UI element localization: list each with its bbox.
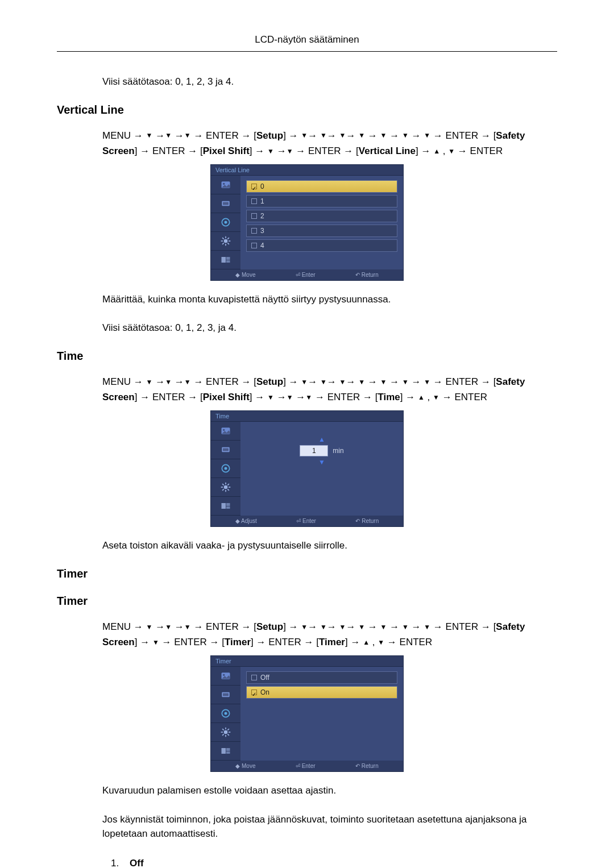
- svg-rect-16: [226, 257, 230, 260]
- setup-icon: [220, 726, 231, 738]
- svg-line-11: [222, 238, 224, 239]
- nav-vertical-line: MENU → → → → ENTER → [Setup] → → → → → →…: [102, 128, 557, 159]
- osd-title: Timer: [211, 656, 403, 667]
- picture-icon: [220, 179, 231, 190]
- osd-vertical-line: Vertical Line 0 1 2 3 4 ◆ Move ⏎ Enter ↶…: [210, 164, 404, 281]
- svg-line-48: [227, 734, 229, 736]
- nav-time: MENU → → → → ENTER → [Setup] → → → → → →…: [102, 374, 557, 405]
- svg-point-23: [225, 467, 227, 470]
- svg-line-12: [227, 243, 229, 244]
- timer-desc-1: Kuvaruudun palamisen estolle voidaan ase…: [102, 783, 557, 798]
- svg-line-31: [222, 489, 224, 491]
- svg-line-32: [227, 484, 229, 485]
- svg-rect-39: [223, 693, 229, 696]
- osd-option-4[interactable]: 4: [246, 239, 397, 252]
- time-unit: min: [333, 447, 343, 455]
- vl-desc-2: Viisi säätötasoa: 0, 1, 2, 3, ja 4.: [102, 321, 557, 335]
- multi-icon: [220, 254, 231, 265]
- input-icon: [220, 444, 231, 455]
- svg-rect-52: [226, 748, 230, 751]
- multi-icon: [220, 745, 231, 757]
- svg-point-37: [223, 674, 225, 676]
- svg-line-30: [227, 489, 229, 491]
- sound-icon: [220, 217, 231, 228]
- page-header: LCD-näytön säätäminen: [57, 34, 557, 52]
- svg-line-49: [222, 734, 224, 736]
- input-icon: [220, 689, 231, 700]
- osd-title: Time: [211, 411, 403, 422]
- multi-icon: [220, 500, 231, 512]
- list-item-1: 1. Off: [111, 855, 557, 868]
- svg-line-47: [222, 729, 224, 730]
- svg-rect-51: [222, 748, 226, 754]
- heading-timer-1: Timer: [57, 567, 557, 580]
- setup-icon: [220, 235, 231, 247]
- vl-desc-1: Määrittää, kuinka monta kuvapistettä näy…: [102, 292, 557, 307]
- setup-icon: [220, 481, 231, 493]
- picture-icon: [220, 425, 231, 437]
- heading-timer-2: Timer: [57, 595, 557, 608]
- svg-point-6: [224, 239, 228, 243]
- osd-footer: ◆ Move ⏎ Enter ↶ Return: [211, 761, 403, 771]
- osd-time: Time ▲ 1 min ▼ ◆ Adjust ⏎ Enter ↶ Return: [210, 410, 404, 527]
- svg-rect-34: [226, 503, 230, 506]
- sound-icon: [220, 708, 231, 719]
- spinner-down-icon[interactable]: ▼: [246, 459, 397, 466]
- picture-icon: [220, 670, 231, 682]
- svg-rect-33: [222, 503, 226, 509]
- osd-sidebar: [211, 667, 240, 761]
- osd-option-off[interactable]: Off: [246, 671, 397, 684]
- input-icon: [220, 198, 231, 209]
- osd-option-3[interactable]: 3: [246, 225, 397, 237]
- timer-desc-2: Jos käynnistät toiminnon, joka poistaa j…: [102, 812, 557, 841]
- osd-title: Vertical Line: [211, 165, 403, 176]
- intro-text: Viisi säätötasoa: 0, 1, 2, 3 ja 4.: [102, 74, 557, 89]
- svg-rect-17: [226, 260, 230, 263]
- osd-footer: ◆ Adjust ⏎ Enter ↶ Return: [211, 516, 403, 526]
- svg-point-5: [225, 221, 227, 223]
- svg-point-19: [223, 429, 225, 431]
- osd-footer: ◆ Move ⏎ Enter ↶ Return: [211, 269, 403, 280]
- time-value: 1: [300, 445, 328, 456]
- svg-point-1: [223, 183, 225, 185]
- svg-rect-3: [223, 202, 229, 205]
- osd-timer: Timer Off On ◆ Move ⏎ Enter ↶ Return: [210, 655, 404, 772]
- svg-rect-21: [223, 448, 229, 451]
- svg-rect-35: [226, 506, 230, 509]
- svg-point-24: [224, 485, 228, 489]
- nav-timer: MENU → → → → ENTER → [Setup] → → → → → →…: [102, 619, 557, 650]
- spinner-up-icon[interactable]: ▲: [246, 436, 397, 443]
- osd-option-on[interactable]: On: [246, 686, 397, 699]
- svg-point-41: [225, 712, 227, 715]
- svg-rect-15: [222, 257, 226, 263]
- svg-point-42: [224, 730, 228, 734]
- svg-line-14: [227, 238, 229, 239]
- osd-sidebar: [211, 422, 240, 516]
- osd-option-0[interactable]: 0: [246, 180, 397, 193]
- heading-time: Time: [57, 350, 557, 363]
- svg-line-13: [222, 243, 224, 244]
- svg-line-50: [227, 729, 229, 730]
- heading-vertical-line: Vertical Line: [57, 103, 557, 117]
- sound-icon: [220, 463, 231, 474]
- svg-line-29: [222, 484, 224, 485]
- osd-option-1[interactable]: 1: [246, 195, 397, 207]
- osd-option-2[interactable]: 2: [246, 210, 397, 222]
- osd-sidebar: [211, 176, 240, 269]
- svg-rect-53: [226, 751, 230, 754]
- time-desc-1: Aseta toiston aikaväli vaaka- ja pystysu…: [102, 538, 557, 553]
